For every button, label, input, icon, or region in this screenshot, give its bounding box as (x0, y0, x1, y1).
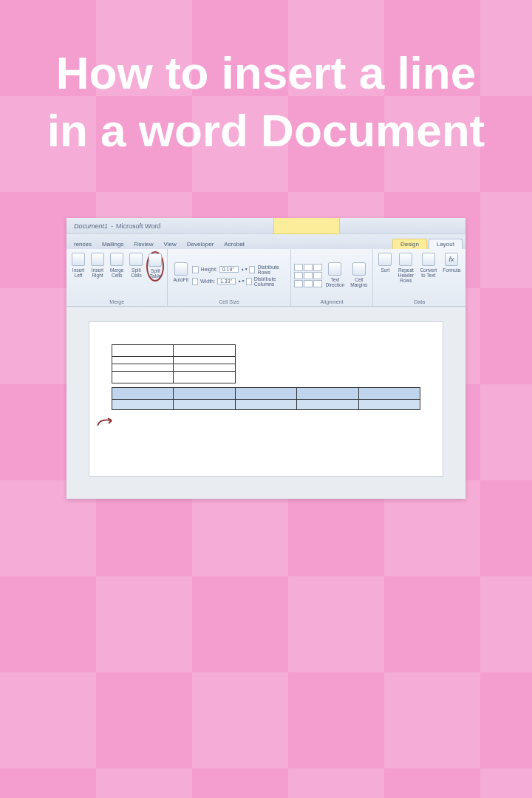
width-label: Width: (200, 279, 215, 284)
height-label: Height: (201, 267, 217, 272)
group-label-data: Data (414, 299, 425, 304)
autofit-button[interactable]: AutoFit (171, 261, 191, 290)
page-title: How to insert a line in a word Document (0, 0, 532, 159)
page[interactable] (89, 321, 443, 477)
height-spinner[interactable]: ▲▼ (241, 267, 247, 271)
ribbon-tabs: rences Mailings Review View Developer Ac… (66, 234, 466, 249)
width-value[interactable]: 1.33" (217, 278, 236, 284)
autofit-icon (174, 262, 188, 276)
convert-text-button[interactable]: Convert to Text (417, 251, 439, 280)
table-row (112, 345, 420, 357)
tab-references[interactable]: rences (69, 239, 96, 249)
split-cells-button[interactable]: Split Cells (127, 251, 145, 280)
convert-text-icon (422, 253, 435, 266)
table-row (112, 400, 420, 410)
width-icon (192, 278, 198, 285)
text-direction-button[interactable]: Text Direction (324, 261, 347, 290)
split-cells-icon (129, 253, 143, 266)
ribbon-group-alignment: Text Direction Cell Margins Alignment (291, 249, 374, 306)
merge-cells-button[interactable]: Merge Cells (108, 251, 126, 280)
tab-layout[interactable]: Layout (429, 239, 463, 249)
tab-review[interactable]: Review (129, 239, 157, 249)
ribbon-group-merge: Insert Left Insert Right Merge Cells Spl… (66, 249, 168, 306)
insert-left-button[interactable]: Insert Left (69, 251, 87, 280)
height-icon (192, 266, 199, 273)
document-table[interactable] (112, 344, 420, 410)
app-name: Microsoft Word (116, 222, 160, 230)
sort-button[interactable]: Sort (376, 251, 394, 280)
width-spinner[interactable]: ▲▼ (238, 279, 244, 283)
dist-rows-icon (249, 266, 256, 273)
group-label-alignment: Alignment (320, 299, 343, 304)
document-name: Document1 (74, 222, 108, 230)
tab-view[interactable]: View (160, 239, 181, 249)
tab-design[interactable]: Design (392, 239, 427, 249)
dist-cols-icon (246, 278, 252, 285)
table-row (112, 364, 420, 372)
window-titlebar: Document1 - Microsoft Word (66, 218, 466, 234)
text-direction-icon (328, 262, 341, 276)
split-table-icon (149, 253, 162, 267)
sort-icon (378, 253, 392, 266)
merge-cells-icon (110, 253, 123, 266)
tab-developer[interactable]: Developer (183, 239, 218, 249)
formula-icon: fx (445, 253, 458, 266)
group-label-cellsize: Cell Size (219, 299, 239, 304)
alignment-grid[interactable] (294, 264, 322, 287)
tab-mailings[interactable]: Mailings (98, 239, 128, 249)
table-row (112, 372, 420, 383)
distribute-cols-button[interactable]: Distribute Columns (254, 276, 287, 287)
table-row (112, 357, 420, 364)
table-row-selected (112, 388, 420, 400)
titlebar-sep: - (111, 222, 113, 230)
insert-right-button[interactable]: Insert Right (89, 251, 106, 280)
annotation-arrow (97, 417, 113, 427)
tab-acrobat[interactable]: Acrobat (219, 239, 249, 249)
cell-margins-button[interactable]: Cell Margins (348, 261, 369, 290)
height-value[interactable]: 0.19" (219, 266, 239, 273)
context-tab-header (273, 218, 340, 234)
formula-button[interactable]: fx Formula (440, 251, 463, 280)
insert-right-icon (91, 253, 104, 266)
cell-margins-icon (352, 262, 366, 276)
insert-left-icon (72, 253, 85, 266)
repeat-header-icon (399, 253, 412, 266)
ribbon: Insert Left Insert Right Merge Cells Spl… (66, 249, 466, 307)
group-label-merge: Merge (109, 299, 124, 304)
word-screenshot: Document1 - Microsoft Word rences Mailin… (66, 218, 466, 499)
split-table-button[interactable]: Split Table (146, 251, 164, 282)
ribbon-group-cellsize: AutoFit Height: 0.19" ▲▼ Distribute Rows… (168, 249, 290, 306)
ribbon-group-data: Sort Repeat Header Rows Convert to Text … (373, 249, 466, 306)
distribute-rows-button[interactable]: Distribute Rows (257, 265, 287, 275)
repeat-header-button[interactable]: Repeat Header Rows (395, 251, 416, 284)
document-area (66, 307, 466, 499)
